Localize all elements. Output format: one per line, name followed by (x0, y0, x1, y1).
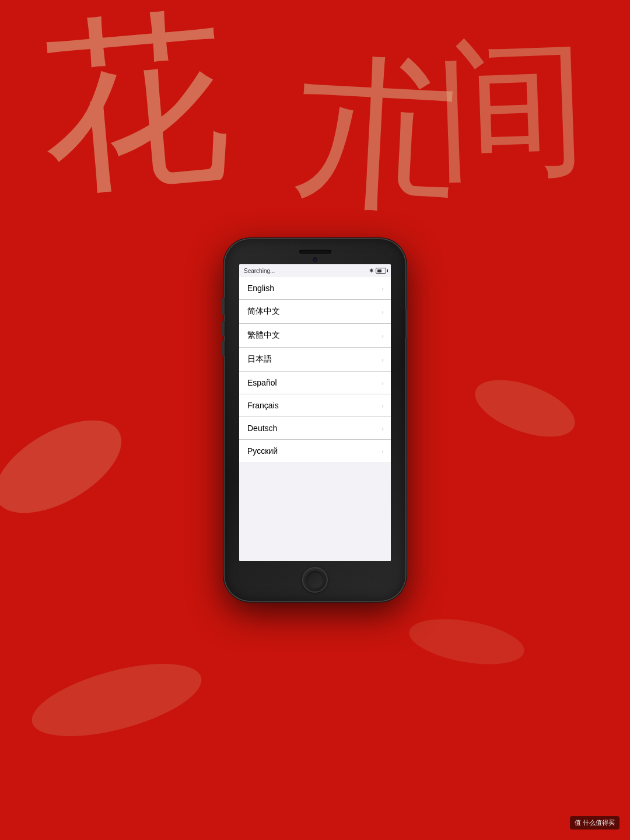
language-label-spanish: Español (247, 378, 277, 387)
language-item-traditional-chinese[interactable]: 繁體中文› (239, 324, 391, 348)
language-item-simplified-chinese[interactable]: 简体中文› (239, 300, 391, 324)
chevron-right-icon: › (382, 446, 384, 456)
home-button-inner (306, 570, 324, 589)
battery-icon (376, 268, 386, 274)
phone-bottom (225, 561, 405, 601)
chevron-right-icon: › (382, 424, 384, 433)
chevron-right-icon: › (382, 284, 384, 293)
silent-switch (222, 300, 225, 311)
chevron-right-icon: › (382, 307, 384, 316)
language-item-japanese[interactable]: 日本語› (239, 348, 391, 372)
language-label-english: English (247, 284, 274, 293)
language-list: English›简体中文›繁體中文›日本語›Español›Français›D… (239, 277, 391, 561)
chevron-right-icon: › (382, 401, 384, 410)
svg-text:间: 间 (433, 23, 590, 196)
language-item-spanish[interactable]: Español› (239, 372, 391, 394)
language-label-french: Français (247, 401, 279, 410)
earpiece (299, 250, 331, 254)
phone-screen: Searching... ✱ English›简体中文›繁體中文›日本語›Esp… (239, 264, 391, 561)
language-item-english[interactable]: English› (239, 277, 391, 300)
language-section: English›简体中文›繁體中文›日本語›Español›Français›D… (239, 277, 391, 462)
chevron-right-icon: › (382, 378, 384, 387)
language-item-french[interactable]: Français› (239, 394, 391, 417)
svg-text:花: 花 (32, 0, 236, 215)
front-camera (313, 257, 317, 262)
language-item-german[interactable]: Deutsch› (239, 417, 391, 440)
phone-top (225, 239, 405, 264)
language-label-simplified-chinese: 简体中文 (247, 306, 280, 317)
volume-up-button (222, 321, 225, 336)
watermark-text: 值 什么值得买 (575, 819, 615, 826)
phone-device: Searching... ✱ English›简体中文›繁體中文›日本語›Esp… (225, 239, 405, 601)
language-label-traditional-chinese: 繁體中文 (247, 330, 280, 341)
watermark: 值 什么值得买 (570, 816, 620, 830)
language-label-japanese: 日本語 (247, 354, 272, 365)
language-label-russian: Русский (247, 446, 278, 456)
language-label-german: Deutsch (247, 424, 277, 433)
battery-body (376, 268, 386, 274)
home-button[interactable] (302, 567, 328, 593)
status-icons: ✱ (369, 268, 386, 274)
battery-fill (377, 270, 382, 272)
language-item-russian[interactable]: Русский› (239, 440, 391, 462)
volume-down-button (222, 341, 225, 356)
chevron-right-icon: › (382, 355, 384, 364)
bluetooth-icon: ✱ (369, 268, 374, 274)
chevron-right-icon: › (382, 331, 384, 340)
status-bar: Searching... ✱ (239, 264, 391, 277)
signal-status: Searching... (244, 268, 275, 274)
